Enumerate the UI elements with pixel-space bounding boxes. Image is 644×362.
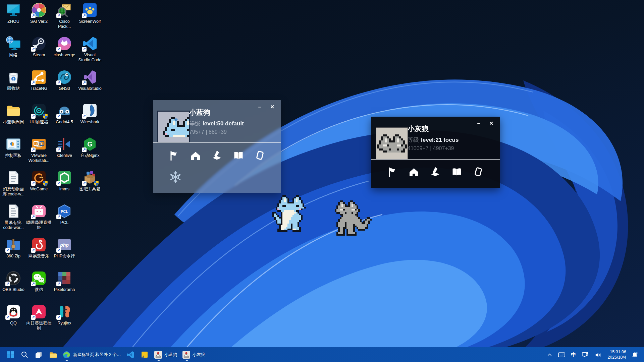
desktop-icon-uu[interactable]: ↗UU加速器 — [26, 103, 52, 136]
flag-icon[interactable] — [387, 166, 398, 179]
desktop-pet-blue-fox[interactable] — [272, 195, 313, 232]
desktop-icon-nginx[interactable]: G↗启动Nginx — [77, 136, 103, 170]
network-icon[interactable] — [579, 348, 591, 361]
snowflake-icon[interactable] — [169, 171, 182, 184]
desktop-icon-screenwolf[interactable]: ↗ScreenWolf — [77, 2, 103, 36]
pet-app-grey-wolf-button[interactable]: 小灰狼 — [180, 347, 208, 362]
shortcut-arrow-icon: ↗ — [31, 147, 36, 152]
clock[interactable]: 15:31:06 2025/10/4 — [605, 349, 628, 360]
pen-icon[interactable] — [430, 166, 441, 179]
desktop-icon-pixelorama[interactable]: ↗Pixelorama — [52, 270, 77, 304]
flag-icon[interactable] — [168, 149, 180, 163]
wechat-icon: ↗ — [31, 270, 47, 286]
desktop-icon-lmms[interactable]: ↗lmms — [52, 170, 77, 203]
desktop-icon-wegame[interactable]: ↗WeGame — [26, 170, 52, 203]
desktop-icon-label: TraceNG — [31, 86, 47, 91]
card-icon[interactable] — [473, 166, 484, 179]
desktop-icon-steam[interactable]: ↗Steam — [26, 36, 52, 69]
desktop-icon-pcl[interactable]: PCL↗PCL — [52, 203, 77, 237]
shortcut-arrow-icon: ↗ — [82, 80, 87, 85]
desktop-icon-cisco[interactable]: ↗Cisco Pack... — [52, 2, 77, 36]
minimize-button[interactable]: – — [475, 120, 482, 127]
desktop-icon-label: QQ — [10, 321, 16, 326]
book-icon[interactable] — [451, 166, 463, 179]
desktop-icon-wechat[interactable]: ↗微信 — [26, 270, 52, 304]
desktop-icon-controlpanel[interactable]: 控制面板 — [1, 136, 26, 170]
desktop-icon-qq[interactable]: ↗QQ — [1, 304, 26, 337]
desktop-icon-gns3[interactable]: ↗GNS3 — [52, 69, 77, 103]
pet-widget-grey-wolf[interactable]: – ✕ 小灰狼 等级level:21 focus 41009+7 | 4907+… — [371, 117, 500, 188]
shortcut-arrow-icon: ↗ — [5, 248, 10, 253]
desktop-pet-grey-wolf[interactable] — [335, 200, 375, 236]
notification-bell-icon[interactable]: z — [630, 348, 641, 361]
search-button[interactable] — [17, 347, 32, 362]
desktop-icon-recycle[interactable]: ♻回收站 — [1, 69, 26, 103]
desktop-icon-godot[interactable]: ↗Godot4.5 — [52, 103, 77, 136]
pet-app-label: 小灰狼 — [193, 352, 205, 358]
touch-keyboard-icon[interactable] — [556, 348, 568, 361]
desktop-icon-clash[interactable]: ↗clash-verge — [52, 36, 77, 69]
file-explorer-button[interactable] — [46, 347, 60, 362]
desktop-icon-netease[interactable]: ↗网易云音乐 — [26, 237, 52, 270]
desktop-icon-label: 小蓝狗周周 — [3, 120, 24, 125]
start-button[interactable] — [3, 347, 17, 362]
volume-icon[interactable] — [592, 348, 604, 361]
shortcut-arrow-icon: ↗ — [31, 315, 36, 320]
pet-stats: 41009+7 | 4907+39 — [408, 145, 454, 152]
shortcut-arrow-icon: ↗ — [31, 13, 36, 18]
edge-browser-button[interactable]: 新建标签页 和另外 2 个… — [60, 347, 123, 362]
close-button[interactable]: ✕ — [269, 104, 276, 110]
pet-widget-blue-dog[interactable]: – ✕ 小蓝狗 等级level:50 default 795+7 | 889+3… — [153, 100, 281, 193]
home-icon[interactable] — [408, 166, 420, 179]
book-icon[interactable] — [233, 149, 244, 163]
desktop-icon-sunflower[interactable]: ↗向日葵远程控 制 — [26, 304, 52, 337]
desktop-icon-ryujinx[interactable]: ↗Ryujinx — [52, 304, 77, 337]
desktop-icon-doc2[interactable]: 屏幕有狼. code-wor... — [1, 203, 26, 237]
desktop-icon-php[interactable]: php↗PHP命令行 — [52, 237, 77, 270]
desktop-icon-kdenlive[interactable]: ↗kdenlive — [52, 136, 77, 170]
desktop-icon-label: clash-verge — [54, 53, 75, 58]
desktop-icon-obs[interactable]: ↗OBS Studio — [1, 270, 26, 304]
level-label: 等级 — [189, 120, 201, 127]
hidden-icons-chevron-icon[interactable] — [545, 348, 554, 361]
desktop-icon-visualstudio[interactable]: ↗VisualStudio — [77, 69, 103, 103]
desktop-icon-doc1[interactable]: 幻想动物画 廊.code-w... — [1, 170, 26, 203]
desktop-icon-label: VisualStudio — [78, 86, 101, 91]
home-icon[interactable] — [190, 149, 201, 163]
svg-text:z: z — [636, 351, 638, 354]
desktop-icon-bilibili[interactable]: ↗哔哩哔哩直播 姬 — [26, 203, 52, 237]
desktop-icon-network[interactable]: 网络 — [1, 36, 26, 69]
pet-app-blue-dog-button[interactable]: 小蓝狗 — [152, 347, 180, 362]
ime-indicator[interactable]: 中 — [569, 348, 578, 361]
desktop-icon-tuba[interactable]: ↗图吧工具箱 — [77, 170, 103, 203]
desktop-icon-zhou[interactable]: ZHOU — [1, 2, 26, 36]
pen-icon[interactable] — [211, 149, 223, 163]
sticky-note-button[interactable] — [138, 347, 152, 362]
pet-avatar-grey — [376, 127, 408, 160]
chameleon-icon: ↗ — [56, 69, 72, 85]
desktop-icon-zip360[interactable]: ↗360 Zip — [1, 237, 26, 270]
desktop-icon-vmware[interactable]: ↗VMware Workstati... — [26, 136, 52, 170]
pet-name: 小蓝狗 — [189, 108, 210, 117]
minimize-button[interactable]: – — [256, 104, 263, 110]
paw-icon: ↗ — [82, 2, 98, 18]
desktop-icon-label: 幻想动物画 廊.code-w... — [2, 187, 24, 197]
network-globe-icon — [5, 36, 21, 52]
desktop-icon-vscode[interactable]: ↗Visual Studio Code — [77, 36, 103, 69]
nginx-icon: G↗ — [82, 136, 98, 152]
pet-level: 等级level:21 focus — [408, 136, 459, 144]
task-view-button[interactable] — [32, 347, 46, 362]
desktop-icon-label: 微信 — [35, 287, 43, 292]
desktop-icon-sai[interactable]: ↗SAI Ver.2 — [26, 2, 52, 36]
vscode-icon: ↗ — [82, 36, 98, 52]
desktop-icon-wireshark[interactable]: ↗Wireshark — [77, 103, 103, 136]
desktop-icon-label: SAI Ver.2 — [30, 19, 48, 24]
vscode-button[interactable] — [123, 347, 138, 362]
desktop-icon-label: PCL — [60, 220, 68, 225]
desktop-icon-traceng[interactable]: ↗TraceNG — [26, 69, 52, 103]
desktop-icon-folder-zhou[interactable]: 小蓝狗周周 — [1, 103, 26, 136]
card-icon[interactable] — [254, 149, 266, 163]
packet-tracer-icon: ↗ — [56, 2, 72, 18]
date: 2025/10/4 — [607, 355, 626, 360]
close-button[interactable]: ✕ — [488, 120, 495, 127]
